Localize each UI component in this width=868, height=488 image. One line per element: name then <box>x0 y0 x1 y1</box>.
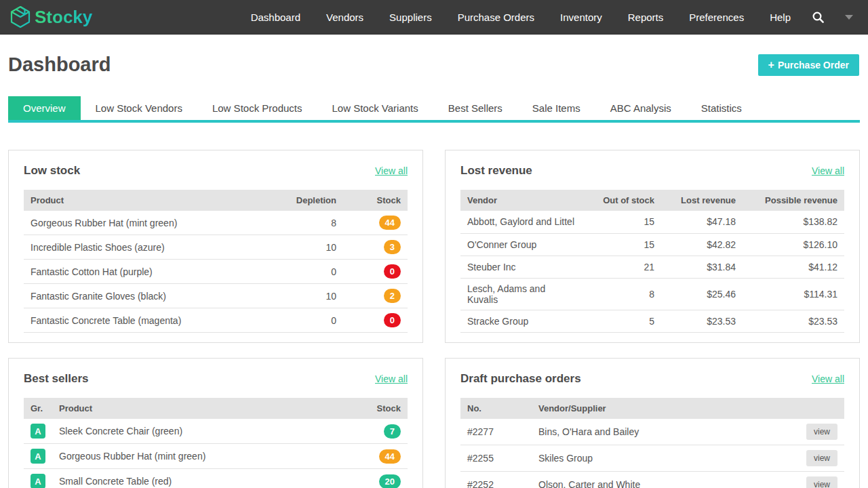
stock-badge: 0 <box>384 264 401 279</box>
grade-badge: A <box>31 449 45 464</box>
table-row: Gorgeous Rubber Hat (mint green) 8 44 <box>24 211 408 235</box>
tab-low-stock-variants[interactable]: Low Stock Variants <box>317 96 433 120</box>
table-row: Fantastic Cotton Hat (purple) 0 0 <box>24 260 408 284</box>
column-header: Product <box>24 190 269 211</box>
view-button[interactable]: view <box>806 476 837 488</box>
vendor-name: Stracke Group <box>460 310 583 332</box>
column-header: Stock <box>343 190 408 211</box>
top-nav: Stocky Dashboard Vendors Suppliers Purch… <box>0 0 868 35</box>
low-stock-view-all-link[interactable]: View all <box>375 165 408 176</box>
column-header: Product <box>52 398 343 419</box>
lost-revenue-view-all-link[interactable]: View all <box>812 165 844 176</box>
table-row: Lesch, Adams and Kuvalis 8 $25.46 $114.3… <box>460 278 844 310</box>
po-number: #2277 <box>460 419 532 445</box>
vendor-name: Abbott, Gaylord and Littel <box>460 211 583 233</box>
stocky-logo[interactable]: Stocky <box>9 5 92 29</box>
stock-badge: 7 <box>384 424 401 439</box>
nav-item-dashboard[interactable]: Dashboard <box>238 12 313 23</box>
vendor-name: Bins, O'Hara and Bailey <box>532 419 790 445</box>
out-of-stock-value: 21 <box>583 256 661 278</box>
nav-item-vendors[interactable]: Vendors <box>313 12 376 23</box>
table-row: Abbott, Gaylord and Littel 15 $47.18 $13… <box>460 211 844 233</box>
tab-low-stock-vendors[interactable]: Low Stock Vendors <box>81 96 197 120</box>
tab-abc-analysis[interactable]: ABC Analysis <box>595 96 686 120</box>
draft-purchase-orders-panel: Draft purchase orders View all No. Vendo… <box>445 358 860 488</box>
dashboard-tabs: Overview Low Stock Vendors Low Stock Pro… <box>8 96 860 123</box>
out-of-stock-value: 5 <box>583 310 661 332</box>
best-sellers-table: Gr. Product Stock A Sleek Concrete Chair… <box>24 398 408 488</box>
possible-revenue-value: $114.31 <box>743 278 844 310</box>
possible-revenue-value: $138.82 <box>743 211 844 233</box>
tab-low-stock-products[interactable]: Low Stock Products <box>197 96 317 120</box>
table-row: Fantastic Concrete Table (magenta) 0 0 <box>24 308 408 333</box>
out-of-stock-value: 15 <box>583 233 661 256</box>
product-name: Small Concrete Table (red) <box>52 469 343 488</box>
nav-item-reports[interactable]: Reports <box>615 12 677 23</box>
product-name: Gorgeous Rubber Hat (mint green) <box>52 444 343 469</box>
draft-purchase-orders-view-all-link[interactable]: View all <box>812 373 844 384</box>
best-sellers-panel: Best sellers View all Gr. Product Stock … <box>8 358 423 488</box>
low-stock-title: Low stock <box>24 164 80 178</box>
view-button[interactable]: view <box>806 424 837 440</box>
stock-badge: 44 <box>379 216 401 230</box>
add-purchase-order-button[interactable]: + Purchase Order <box>758 54 859 76</box>
tab-overview[interactable]: Overview <box>8 96 81 120</box>
table-row: #2252 Olson, Carter and White view <box>460 472 844 488</box>
table-row: Steuber Inc 21 $31.84 $41.12 <box>460 256 844 278</box>
product-name: Incredible Plastic Shoes (azure) <box>24 235 269 260</box>
plus-icon: + <box>768 60 774 70</box>
product-name: Fantastic Concrete Table (magenta) <box>24 308 269 333</box>
stock-badge: 2 <box>384 289 401 303</box>
column-header: Stock <box>343 398 408 419</box>
table-row: Incredible Plastic Shoes (azure) 10 3 <box>24 235 408 260</box>
table-row: Stracke Group 5 $23.53 $23.53 <box>460 310 844 332</box>
column-header <box>790 398 844 419</box>
possible-revenue-value: $126.10 <box>743 233 844 256</box>
lost-revenue-value: $42.82 <box>661 233 743 256</box>
tab-statistics[interactable]: Statistics <box>686 96 757 120</box>
lost-revenue-value: $31.84 <box>661 256 743 278</box>
column-header: Possible revenue <box>743 190 844 211</box>
possible-revenue-value: $41.12 <box>743 256 844 278</box>
tab-best-sellers[interactable]: Best Sellers <box>433 96 517 120</box>
nav-item-inventory[interactable]: Inventory <box>547 12 615 23</box>
table-row: #2277 Bins, O'Hara and Bailey view <box>460 419 844 445</box>
cube-icon <box>9 5 31 29</box>
po-number: #2252 <box>460 472 532 488</box>
best-sellers-view-all-link[interactable]: View all <box>375 373 408 384</box>
vendor-name: O'Conner Group <box>460 233 583 256</box>
nav-links: Dashboard Vendors Suppliers Purchase Ord… <box>238 11 853 24</box>
stock-badge: 44 <box>379 449 401 464</box>
lost-revenue-panel: Lost revenue View all Vendor Out of stoc… <box>445 150 860 343</box>
column-header: No. <box>460 398 532 419</box>
tab-sale-items[interactable]: Sale Items <box>517 96 595 120</box>
nav-item-help[interactable]: Help <box>757 12 804 23</box>
column-header: Out of stock <box>583 190 661 211</box>
lost-revenue-value: $25.46 <box>661 278 743 310</box>
search-icon[interactable] <box>804 11 835 24</box>
lost-revenue-table: Vendor Out of stock Lost revenue Possibl… <box>460 190 844 333</box>
nav-item-suppliers[interactable]: Suppliers <box>376 12 445 23</box>
product-name: Gorgeous Rubber Hat (mint green) <box>24 211 269 235</box>
column-header: Vendor/Supplier <box>532 398 790 419</box>
lost-revenue-value: $23.53 <box>661 310 743 332</box>
nav-item-purchase-orders[interactable]: Purchase Orders <box>445 12 547 23</box>
view-button[interactable]: view <box>806 450 837 466</box>
grade-badge: A <box>31 424 45 439</box>
table-row: A Sleek Concrete Chair (green) 7 <box>24 419 408 444</box>
depletion-value: 10 <box>269 235 343 260</box>
out-of-stock-value: 15 <box>583 211 661 233</box>
chevron-down-icon[interactable] <box>845 15 853 20</box>
depletion-value: 10 <box>269 284 343 308</box>
column-header: Gr. <box>24 398 52 419</box>
page-title: Dashboard <box>8 54 111 76</box>
page-header: Dashboard + Purchase Order <box>0 35 868 76</box>
vendor-name: Lesch, Adams and Kuvalis <box>460 278 583 310</box>
product-name: Fantastic Granite Gloves (black) <box>24 284 269 308</box>
depletion-value: 0 <box>269 308 343 333</box>
nav-item-preferences[interactable]: Preferences <box>676 12 757 23</box>
low-stock-table: Product Depletion Stock Gorgeous Rubber … <box>24 190 408 333</box>
panels-grid: Low stock View all Product Depletion Sto… <box>8 150 860 488</box>
out-of-stock-value: 8 <box>583 278 661 310</box>
stock-badge: 3 <box>384 240 401 254</box>
